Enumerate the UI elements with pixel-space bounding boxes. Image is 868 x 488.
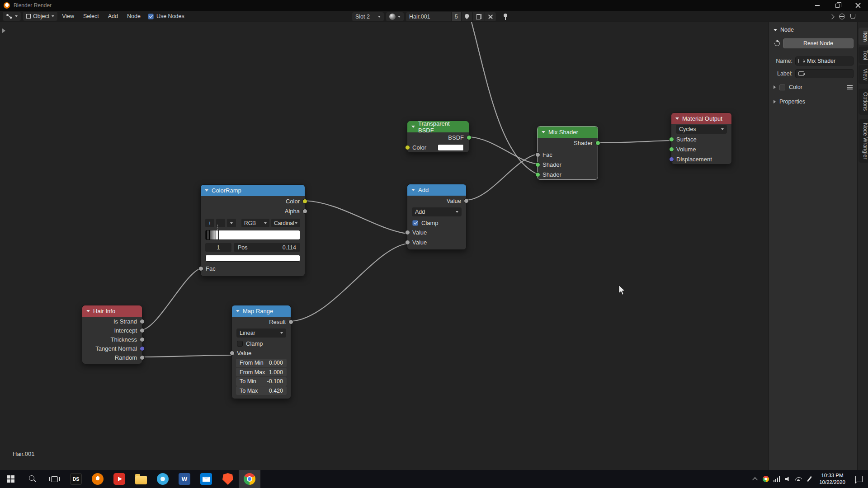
tray-cellular[interactable] bbox=[771, 470, 782, 488]
collapse-triangle-icon[interactable] bbox=[542, 131, 545, 133]
taskbar-icon-file-explorer[interactable] bbox=[130, 470, 152, 488]
action-center-button[interactable] bbox=[850, 470, 868, 488]
interpolation-dropdown[interactable]: Linear bbox=[236, 328, 286, 338]
collapse-triangle-icon[interactable] bbox=[411, 126, 415, 128]
tab-item[interactable]: Item bbox=[859, 28, 868, 45]
socket-tangent-normal-output[interactable] bbox=[140, 346, 145, 351]
from-min-field[interactable]: From Min 0.000 bbox=[236, 359, 287, 367]
reset-node-button[interactable]: Reset Node bbox=[783, 38, 854, 48]
socket-value-input-1[interactable] bbox=[405, 230, 410, 235]
unlink-material-button[interactable] bbox=[485, 12, 496, 21]
node-name-field[interactable]: Mix Shader bbox=[795, 56, 854, 66]
taskbar-icon-media[interactable] bbox=[108, 470, 130, 488]
collapse-triangle-icon[interactable] bbox=[205, 189, 208, 192]
node-header[interactable]: Map Range bbox=[232, 305, 291, 317]
color-ramp-gradient[interactable] bbox=[205, 230, 300, 240]
collapse-triangle-icon[interactable] bbox=[236, 310, 240, 312]
socket-value-input[interactable] bbox=[230, 351, 235, 356]
socket-random-output[interactable] bbox=[140, 355, 145, 360]
minimize-button[interactable] bbox=[807, 0, 827, 11]
taskbar-icon-daz-studio[interactable]: DS bbox=[65, 470, 87, 488]
node-math-add[interactable]: Add Value Add Clamp Value Value bbox=[407, 184, 467, 250]
socket-shader-output[interactable] bbox=[595, 141, 600, 145]
shading-icon[interactable] bbox=[839, 14, 845, 19]
node-transparent-bsdf[interactable]: Transparent BSDF BSDF Color bbox=[407, 121, 469, 153]
node-header[interactable]: Material Output bbox=[671, 113, 731, 124]
socket-color-output[interactable] bbox=[302, 199, 307, 204]
socket-shader-input-1[interactable] bbox=[535, 162, 540, 167]
node-canvas[interactable]: Hair.001 Transparent BSDF BSDF Color Mix… bbox=[0, 22, 769, 470]
interpolation-dropdown[interactable]: Cardinal bbox=[271, 219, 300, 227]
taskbar-icon-chrome[interactable] bbox=[239, 470, 260, 488]
engine-dropdown[interactable]: Cycles bbox=[676, 125, 727, 134]
node-header[interactable]: Mix Shader bbox=[538, 127, 598, 138]
to-max-field[interactable]: To Max 0.420 bbox=[236, 386, 287, 395]
presets-list-icon[interactable] bbox=[847, 85, 853, 89]
color-mode-dropdown[interactable]: RGB bbox=[241, 219, 269, 227]
clamp-checkbox-unchecked[interactable] bbox=[237, 341, 243, 347]
search-button[interactable] bbox=[22, 470, 43, 488]
node-panel-header[interactable]: Node bbox=[769, 22, 857, 37]
taskbar-icon-skype[interactable] bbox=[152, 470, 174, 488]
node-header[interactable]: ColorRamp bbox=[201, 185, 305, 196]
use-nodes-checkbox[interactable]: Use Nodes bbox=[148, 13, 184, 19]
tab-tool[interactable]: Tool bbox=[859, 47, 868, 64]
properties-section[interactable]: Properties bbox=[769, 94, 857, 109]
collapse-triangle-icon[interactable] bbox=[675, 117, 679, 120]
menu-node[interactable]: Node bbox=[123, 13, 145, 19]
socket-color-input[interactable] bbox=[405, 145, 410, 150]
menu-select[interactable]: Select bbox=[79, 13, 104, 19]
socket-value-input-2[interactable] bbox=[405, 240, 410, 245]
node-label-field[interactable] bbox=[795, 69, 854, 78]
snap-magnet-icon[interactable] bbox=[850, 14, 855, 19]
socket-value-output[interactable] bbox=[464, 198, 469, 203]
taskbar-icon-word[interactable]: W bbox=[174, 470, 195, 488]
node-material-output[interactable]: Material Output Cycles Surface Volume Di… bbox=[671, 113, 732, 164]
stop-color-swatch[interactable] bbox=[205, 255, 300, 262]
tray-network[interactable] bbox=[793, 470, 804, 488]
node-map-range[interactable]: Map Range Result Linear Clamp Value bbox=[231, 305, 291, 399]
material-users-button[interactable]: 5 bbox=[451, 12, 461, 21]
tray-show-hidden-icons[interactable] bbox=[750, 470, 760, 488]
material-name-field[interactable]: Hair.001 bbox=[406, 12, 451, 21]
color-section[interactable]: Color bbox=[769, 80, 857, 94]
new-material-button[interactable] bbox=[472, 12, 485, 21]
socket-is-strand-output[interactable] bbox=[140, 319, 145, 324]
node-hair-info[interactable]: Hair Info Is Strand Intercept Thickness … bbox=[82, 305, 142, 364]
to-min-field[interactable]: To Min -0.100 bbox=[236, 377, 287, 386]
stop-position-field[interactable]: Pos 0.114 bbox=[234, 243, 300, 252]
editor-type-dropdown[interactable] bbox=[3, 12, 21, 21]
arrow-icon[interactable] bbox=[829, 14, 834, 19]
socket-alpha-output[interactable] bbox=[302, 209, 307, 214]
socket-volume-input[interactable] bbox=[669, 147, 674, 152]
stop-index-field[interactable]: 1 bbox=[205, 243, 231, 252]
fake-user-button[interactable] bbox=[461, 12, 472, 21]
tray-volume[interactable] bbox=[782, 470, 793, 488]
taskbar-icon-mail[interactable] bbox=[195, 470, 217, 488]
taskbar-clock[interactable]: 10:33 PM 10/22/2020 bbox=[815, 472, 850, 486]
slot-selector[interactable]: Slot 2 bbox=[352, 12, 384, 21]
tab-view[interactable]: View bbox=[859, 65, 868, 84]
add-stop-button[interactable]: + bbox=[205, 219, 214, 227]
socket-displacement-input[interactable] bbox=[669, 157, 674, 162]
node-colorramp[interactable]: ColorRamp Color Alpha + − RGB Cardinal bbox=[200, 184, 305, 277]
socket-bsdf-output[interactable] bbox=[467, 135, 472, 140]
node-header[interactable]: Hair Info bbox=[82, 305, 142, 317]
menu-add[interactable]: Add bbox=[104, 13, 123, 19]
tray-pen[interactable] bbox=[804, 470, 815, 488]
taskbar-icon-brave[interactable] bbox=[217, 470, 239, 488]
node-header[interactable]: Transparent BSDF bbox=[407, 121, 469, 132]
color-swatch[interactable] bbox=[438, 144, 464, 151]
socket-result-output[interactable] bbox=[288, 319, 293, 324]
pin-button[interactable] bbox=[500, 12, 511, 21]
shader-type-dropdown[interactable]: Object bbox=[23, 12, 57, 21]
browse-material-dropdown[interactable] bbox=[386, 12, 404, 21]
socket-intercept-output[interactable] bbox=[140, 328, 145, 333]
socket-fac-input[interactable] bbox=[535, 152, 540, 157]
clamp-checkbox-checked[interactable] bbox=[412, 220, 418, 226]
taskbar-icon-blender[interactable] bbox=[87, 470, 108, 488]
start-button[interactable] bbox=[0, 470, 22, 488]
menu-view[interactable]: View bbox=[57, 13, 79, 19]
node-header[interactable]: Add bbox=[407, 184, 466, 196]
tab-node-wrangler[interactable]: Node Wrangler bbox=[859, 119, 868, 163]
